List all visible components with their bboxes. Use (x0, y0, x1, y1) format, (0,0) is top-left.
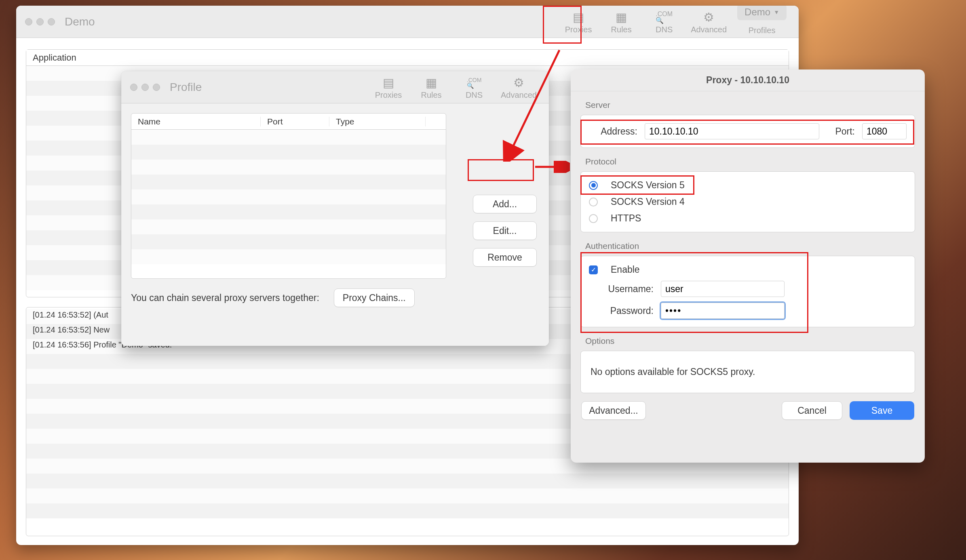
section-auth-label: Authentication (585, 241, 925, 251)
radio-socks5[interactable]: SOCKS Version 5 (589, 180, 907, 191)
address-input[interactable] (645, 123, 819, 139)
radio-label: SOCKS Version 4 (611, 196, 685, 207)
col-name[interactable]: Name (131, 117, 261, 126)
col-port[interactable]: Port (261, 117, 329, 126)
rules-icon: ▦ (426, 77, 437, 89)
profile-selector-hint: Profiles (749, 26, 776, 35)
advanced-button[interactable]: Advanced... (581, 401, 646, 420)
window-controls[interactable] (16, 18, 55, 25)
profile-selector[interactable]: Demo ▼ (737, 6, 787, 20)
username-input[interactable] (661, 281, 785, 297)
enable-auth-label: Enable (611, 264, 640, 275)
server-icon: ▤ (573, 11, 584, 23)
chevron-down-icon: ▼ (774, 9, 779, 15)
proxy-chain-hint: You can chain several proxy servers toge… (131, 293, 319, 303)
remove-proxy-button[interactable]: Remove (473, 248, 537, 267)
proxy-table[interactable]: Name Port Type (131, 113, 446, 279)
address-label: Address: (589, 126, 637, 137)
toolbar-dns[interactable]: .COM🔍 DNS (458, 77, 490, 103)
password-input[interactable] (661, 303, 785, 319)
proxy-chain-row: You can chain several proxy servers toge… (131, 288, 539, 307)
server-icon: ▤ (383, 77, 394, 89)
auth-field-block: ✓ Enable Username: Password: (580, 256, 915, 327)
protocol-field-block: SOCKS Version 5 SOCKS Version 4 HTTPS (580, 171, 915, 232)
close-icon[interactable] (130, 84, 137, 91)
section-options-label: Options (585, 336, 925, 346)
proxy-chains-button[interactable]: Proxy Chains... (334, 288, 415, 307)
gear-icon: ⚙ (703, 11, 714, 23)
rules-icon: ▦ (616, 11, 627, 23)
server-field-block: Address: Port: (580, 115, 915, 148)
toolbar-rules[interactable]: ▦ Rules (415, 77, 447, 103)
toolbar-rules[interactable]: ▦ Rules (605, 11, 637, 38)
toolbar-item-label: Advanced (501, 91, 537, 100)
application-table-header[interactable]: Application (26, 50, 789, 66)
proxy-table-header: Name Port Type (131, 114, 446, 130)
radio-https[interactable]: HTTPS (589, 213, 907, 224)
toolbar-proxies[interactable]: ▤ Proxies (372, 77, 405, 103)
zoom-icon[interactable] (48, 18, 55, 25)
toolbar-dns[interactable]: .COM🔍 DNS (648, 11, 680, 38)
dns-icon: .COM🔍 (467, 77, 482, 89)
radio-label: HTTPS (611, 213, 641, 224)
profile-titlebar: Profile ▤ Proxies ▦ Rules .COM🔍 DNS ⚙ Ad… (121, 71, 549, 103)
toolbar-advanced[interactable]: ⚙ Advanced (691, 11, 727, 38)
radio-icon[interactable] (589, 181, 598, 190)
enable-auth-row[interactable]: ✓ Enable (589, 264, 907, 275)
section-protocol-label: Protocol (585, 157, 925, 166)
minimize-icon[interactable] (36, 18, 44, 25)
options-empty: No options available for SOCKS5 proxy. (580, 351, 915, 393)
profile-window: Profile ▤ Proxies ▦ Rules .COM🔍 DNS ⚙ Ad… (121, 71, 549, 346)
profile-window-title: Profile (170, 81, 202, 94)
toolbar-item-label: Rules (611, 25, 632, 34)
toolbar-advanced[interactable]: ⚙ Advanced (501, 77, 537, 103)
edit-proxy-button[interactable]: Edit... (473, 221, 537, 240)
toolbar-item-label: Proxies (565, 25, 592, 34)
gear-icon: ⚙ (513, 77, 524, 89)
close-icon[interactable] (25, 18, 32, 25)
profile-toolbar: ▤ Proxies ▦ Rules .COM🔍 DNS ⚙ Advanced (372, 71, 549, 103)
col-type[interactable]: Type (329, 117, 426, 126)
toolbar-item-label: DNS (656, 25, 673, 34)
toolbar-item-label: DNS (466, 91, 483, 100)
zoom-icon[interactable] (153, 84, 160, 91)
window-controls[interactable] (121, 84, 160, 91)
radio-icon[interactable] (589, 198, 598, 206)
sheet-footer: Advanced... Cancel Save (571, 393, 925, 430)
radio-socks4[interactable]: SOCKS Version 4 (589, 196, 907, 207)
port-label: Port: (827, 126, 855, 137)
toolbar-item-label: Advanced (691, 25, 727, 34)
section-server-label: Server (585, 100, 925, 110)
proxy-sheet-title: Proxy - 10.10.10.10 (571, 69, 925, 91)
password-label: Password: (589, 305, 654, 316)
add-proxy-button[interactable]: Add... (473, 195, 537, 213)
dns-icon: .COM🔍 (656, 11, 673, 23)
port-input[interactable] (862, 123, 907, 139)
proxy-table-body[interactable] (131, 130, 446, 264)
minimize-icon[interactable] (141, 84, 149, 91)
checkbox-icon[interactable]: ✓ (589, 265, 598, 274)
proxy-sheet: Proxy - 10.10.10.10 Server Address: Port… (571, 69, 925, 463)
radio-icon[interactable] (589, 214, 598, 223)
username-label: Username: (589, 284, 654, 295)
save-button[interactable]: Save (850, 401, 914, 420)
demo-window-title: Demo (65, 15, 95, 28)
demo-titlebar: Demo ▤ Proxies ▦ Rules .COM🔍 DNS ⚙ Advan… (16, 6, 799, 38)
toolbar-item-label: Rules (421, 91, 441, 100)
toolbar-proxies[interactable]: ▤ Proxies (562, 11, 595, 38)
radio-label: SOCKS Version 5 (611, 180, 685, 191)
demo-toolbar: ▤ Proxies ▦ Rules .COM🔍 DNS ⚙ Advanced D… (562, 6, 799, 38)
toolbar-item-label: Proxies (375, 91, 402, 100)
cancel-button[interactable]: Cancel (782, 401, 842, 420)
profile-selector-label: Demo (745, 6, 770, 18)
